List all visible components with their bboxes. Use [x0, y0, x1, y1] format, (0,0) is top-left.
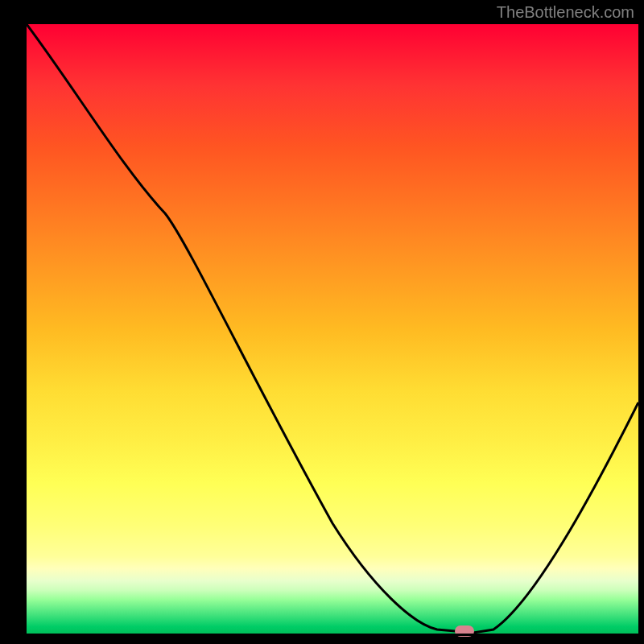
y-axis: [24, 24, 27, 636]
bottleneck-curve-svg: [27, 24, 638, 636]
bottleneck-curve-path: [27, 24, 638, 633]
chart-container: TheBottleneck.com: [0, 0, 644, 644]
x-axis: [24, 634, 638, 636]
watermark-text: TheBottleneck.com: [497, 3, 634, 22]
